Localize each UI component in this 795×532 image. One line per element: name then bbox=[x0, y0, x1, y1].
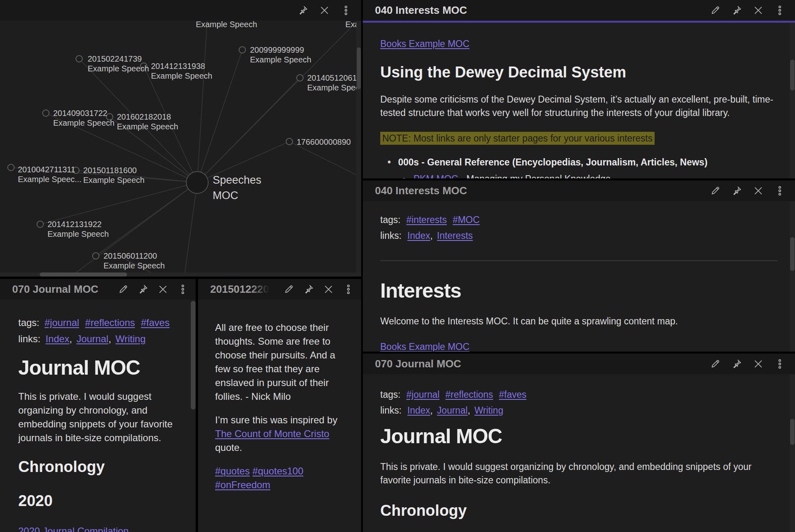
pane-header: 070 Journal MOC bbox=[363, 354, 795, 374]
close-icon[interactable] bbox=[319, 5, 330, 16]
scrollbar-thumb[interactable] bbox=[790, 237, 795, 271]
scrollbar-track[interactable] bbox=[790, 23, 795, 178]
graph-node-label[interactable]: 201409031722Example Speech bbox=[53, 108, 114, 128]
more-options-icon[interactable] bbox=[774, 185, 785, 196]
separator: , bbox=[69, 333, 72, 344]
tag-moc[interactable]: #MOC bbox=[452, 215, 479, 225]
tag-interests[interactable]: #interests bbox=[406, 215, 447, 225]
more-options-icon[interactable] bbox=[340, 5, 351, 16]
more-options-icon[interactable] bbox=[774, 5, 785, 16]
graph-node-201412131922[interactable] bbox=[37, 221, 43, 227]
scrollbar-track[interactable] bbox=[790, 374, 795, 532]
links-row: links: Index, Journal, Writing bbox=[18, 332, 187, 346]
close-icon[interactable] bbox=[753, 358, 764, 369]
link-books-example-moc[interactable]: Books Example MOC bbox=[380, 341, 470, 352]
graph-node-label[interactable]: 200999999999Example Speech bbox=[250, 45, 311, 64]
tag-onfreedom[interactable]: #onFreedom bbox=[215, 479, 270, 490]
tag-journal[interactable]: #journal bbox=[45, 317, 79, 328]
pane-header: 040 Interests MOC bbox=[363, 180, 795, 201]
paragraph: This is private. I would suggest organiz… bbox=[380, 460, 778, 487]
edit-icon[interactable] bbox=[710, 5, 721, 16]
link-index[interactable]: Index bbox=[407, 405, 430, 416]
graph-node-label[interactable]: Example Speech bbox=[196, 19, 257, 29]
graph-node-201506011200[interactable] bbox=[93, 253, 99, 259]
link-index[interactable]: Index bbox=[407, 230, 430, 241]
links-row: links: Index, Interests bbox=[380, 229, 778, 242]
tag-reflections[interactable]: #reflections bbox=[85, 317, 135, 328]
paragraph: Despite some criticisms of the Dewey Dec… bbox=[380, 93, 778, 120]
graph-node-200999999999[interactable] bbox=[239, 47, 246, 53]
graph-node-label[interactable]: 201412131922Example Speech bbox=[47, 219, 109, 239]
link-count-of-monte-cristo[interactable]: The Count of Monte Cristo bbox=[215, 428, 329, 439]
links-label: links: bbox=[380, 405, 401, 416]
graph-node-20140512061[interactable] bbox=[297, 75, 303, 81]
graph-node-label[interactable]: 176600000890 bbox=[297, 137, 351, 147]
graph-node-176600000890[interactable] bbox=[286, 138, 293, 145]
graph-node-label[interactable]: 201501181600Example Speech bbox=[83, 165, 144, 185]
close-icon[interactable] bbox=[157, 284, 168, 295]
edit-icon[interactable] bbox=[283, 284, 294, 295]
more-options-icon[interactable] bbox=[343, 284, 354, 295]
tag-journal[interactable]: #journal bbox=[406, 389, 440, 400]
graph-node-label[interactable]: 201602182018Example Speech bbox=[117, 112, 178, 131]
more-options-icon[interactable] bbox=[774, 358, 785, 369]
link-journal[interactable]: Journal bbox=[437, 405, 468, 416]
graph-node-label[interactable]: 20140512061Example Spee bbox=[307, 73, 360, 92]
more-options-icon[interactable] bbox=[177, 284, 188, 295]
close-icon[interactable] bbox=[753, 5, 764, 16]
edit-icon[interactable] bbox=[710, 185, 721, 196]
tag-faves[interactable]: #faves bbox=[499, 389, 527, 400]
scrollbar-track[interactable] bbox=[790, 201, 795, 352]
links-label: links: bbox=[380, 230, 401, 241]
graph-node-label[interactable]: 201412131938Example Speech bbox=[151, 61, 212, 81]
graph-vertical-scrollbar-thumb[interactable] bbox=[357, 47, 361, 89]
scrollbar-thumb[interactable] bbox=[191, 301, 196, 410]
graph-horizontal-scrollbar-thumb[interactable] bbox=[40, 272, 127, 277]
edit-icon[interactable] bbox=[710, 358, 721, 369]
scrollbar-thumb[interactable] bbox=[790, 419, 795, 445]
pin-icon[interactable] bbox=[731, 358, 742, 369]
tags-row: tags: #journal #reflections #faves bbox=[380, 388, 778, 401]
workspace: Example Speech 201502241739Example Speec… bbox=[0, 0, 795, 532]
graph-node-label[interactable]: 201506011200Example Speech bbox=[103, 251, 165, 270]
tags-label: tags: bbox=[380, 389, 401, 400]
link-index[interactable]: Index bbox=[45, 333, 69, 344]
close-icon[interactable] bbox=[323, 284, 334, 295]
graph-node-201502241739[interactable] bbox=[76, 56, 82, 62]
close-icon[interactable] bbox=[753, 185, 764, 196]
pin-icon[interactable] bbox=[731, 5, 742, 16]
pin-icon[interactable] bbox=[297, 5, 308, 16]
pane-header: 2015012220 bbox=[198, 279, 361, 300]
graph-node-2010042711311[interactable] bbox=[8, 164, 14, 171]
graph-node-label[interactable]: 201502241739Example Speech bbox=[88, 54, 149, 73]
link-interests[interactable]: Interests bbox=[437, 230, 473, 241]
graph-node-label[interactable]: 2010042711311Example Speec... bbox=[18, 165, 82, 184]
graph-node-201409031722[interactable] bbox=[43, 110, 49, 116]
highlighted-note: NOTE: Most links are only starter pages … bbox=[380, 132, 655, 145]
link-journal[interactable]: Journal bbox=[76, 333, 108, 344]
separator: , bbox=[108, 333, 111, 344]
pane-journal-right: 070 Journal MOC tags: #journal bbox=[363, 354, 795, 532]
link-writing[interactable]: Writing bbox=[474, 405, 503, 416]
pane-title: 040 Interests MOC bbox=[375, 4, 467, 17]
section-heading: 2020 bbox=[18, 492, 187, 510]
pin-icon[interactable] bbox=[138, 284, 149, 295]
tag-quotes[interactable]: #quotes bbox=[215, 466, 250, 476]
link-2020-journal-compilation[interactable]: 2020 Journal Compilation bbox=[18, 526, 129, 532]
tag-reflections[interactable]: #reflections bbox=[446, 389, 493, 400]
scrollbar-thumb[interactable] bbox=[790, 60, 795, 90]
link-writing[interactable]: Writing bbox=[115, 333, 145, 344]
edit-icon[interactable] bbox=[118, 284, 129, 295]
note-heading: Using the Dewey Decimal System bbox=[380, 63, 778, 82]
pane-title: 040 Interests MOC bbox=[375, 184, 467, 197]
graph-center-label[interactable]: SpeechesMOC bbox=[213, 172, 261, 203]
tags-row: tags: #journal #reflections #faves bbox=[18, 316, 187, 330]
tag-quotes100[interactable]: #quotes100 bbox=[252, 466, 303, 476]
pin-icon[interactable] bbox=[303, 284, 314, 295]
pin-icon[interactable] bbox=[731, 185, 742, 196]
link-pkm-moc[interactable]: PKM MOC bbox=[414, 174, 458, 178]
pane-header: 070 Journal MOC bbox=[0, 279, 196, 300]
tag-faves[interactable]: #faves bbox=[141, 317, 170, 328]
graph-node-speeches-moc[interactable] bbox=[186, 172, 208, 193]
link-books-example-moc[interactable]: Books Example MOC bbox=[380, 39, 470, 49]
